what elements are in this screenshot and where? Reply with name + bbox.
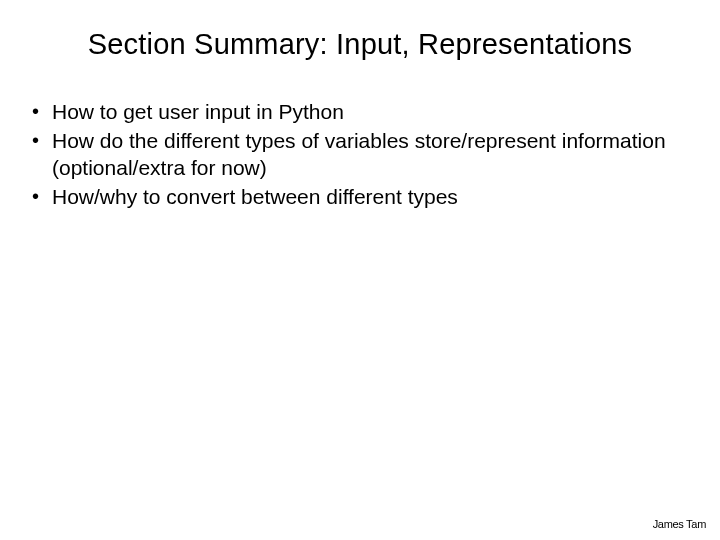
- bullet-list: How to get user input in Python How do t…: [0, 99, 720, 211]
- list-item: How do the different types of variables …: [30, 128, 688, 182]
- list-item: How to get user input in Python: [30, 99, 688, 126]
- slide-title: Section Summary: Input, Representations: [0, 28, 720, 61]
- footer-author: James Tam: [653, 518, 706, 530]
- slide: Section Summary: Input, Representations …: [0, 0, 720, 540]
- list-item: How/why to convert between different typ…: [30, 184, 688, 211]
